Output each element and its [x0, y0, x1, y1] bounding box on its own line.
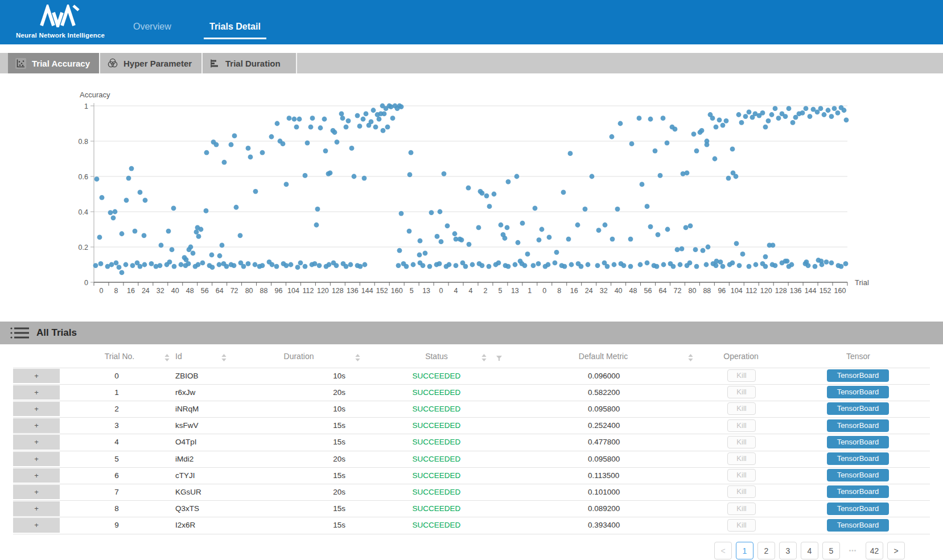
- scatter-point[interactable]: [111, 215, 116, 220]
- scatter-point[interactable]: [579, 264, 584, 269]
- scatter-point[interactable]: [687, 261, 693, 266]
- scatter-point[interactable]: [829, 261, 834, 266]
- scatter-point[interactable]: [699, 128, 705, 133]
- scatter-point[interactable]: [435, 234, 440, 239]
- scatter-point[interactable]: [612, 262, 617, 267]
- scatter-point[interactable]: [786, 106, 792, 111]
- scatter-point[interactable]: [109, 262, 114, 267]
- scatter-point[interactable]: [818, 106, 823, 111]
- scatter-point[interactable]: [289, 262, 294, 267]
- scatter-point[interactable]: [159, 243, 164, 248]
- scatter-point[interactable]: [566, 237, 571, 242]
- scatter-point[interactable]: [404, 264, 409, 269]
- scatter-point[interactable]: [832, 106, 837, 111]
- scatter-point[interactable]: [427, 264, 433, 269]
- scatter-point[interactable]: [487, 264, 492, 269]
- scatter-point[interactable]: [97, 235, 102, 240]
- scatter-point[interactable]: [260, 263, 265, 268]
- scatter-point[interactable]: [417, 253, 422, 258]
- scatter-point[interactable]: [603, 223, 608, 228]
- scatter-point[interactable]: [621, 263, 627, 268]
- scatter-point[interactable]: [284, 263, 289, 268]
- scatter-point[interactable]: [166, 229, 171, 234]
- scatter-point[interactable]: [736, 112, 742, 117]
- scatter-point[interactable]: [344, 264, 349, 269]
- tensorboard-button[interactable]: TensorBoard: [827, 469, 889, 481]
- expand-button[interactable]: +: [13, 452, 60, 467]
- tensorboard-button[interactable]: TensorBoard: [827, 419, 889, 432]
- scatter-point[interactable]: [130, 263, 135, 268]
- scatter-point[interactable]: [305, 141, 310, 146]
- scatter-point[interactable]: [310, 116, 315, 121]
- scatter-point[interactable]: [776, 116, 781, 121]
- page-next[interactable]: >: [887, 542, 905, 559]
- scatter-point[interactable]: [546, 262, 551, 267]
- scatter-point[interactable]: [129, 166, 134, 171]
- scatter-point[interactable]: [734, 241, 739, 246]
- kill-button[interactable]: Kill: [727, 452, 756, 465]
- scatter-point[interactable]: [352, 174, 357, 179]
- scatter-point[interactable]: [373, 125, 378, 130]
- scatter-point[interactable]: [142, 262, 147, 267]
- kill-button[interactable]: Kill: [727, 503, 756, 515]
- scatter-point[interactable]: [492, 192, 497, 197]
- scatter-point[interactable]: [123, 262, 129, 267]
- scatter-point[interactable]: [418, 238, 423, 244]
- tensorboard-button[interactable]: TensorBoard: [827, 452, 889, 465]
- nav-tab-trials-detail[interactable]: Trials Detail: [209, 22, 261, 32]
- scatter-point[interactable]: [224, 264, 229, 269]
- scatter-point[interactable]: [710, 116, 715, 121]
- sort-icon[interactable]: [164, 354, 170, 361]
- scatter-point[interactable]: [648, 117, 653, 122]
- scatter-point[interactable]: [773, 263, 778, 268]
- page-42[interactable]: 42: [866, 542, 883, 559]
- scatter-point[interactable]: [513, 262, 518, 267]
- scatter-point[interactable]: [583, 207, 588, 212]
- tab-trial-duration[interactable]: Trial Duration: [203, 53, 296, 73]
- scatter-point[interactable]: [232, 133, 237, 138]
- scatter-point[interactable]: [117, 265, 122, 270]
- scatter-point[interactable]: [184, 257, 189, 262]
- kill-button[interactable]: Kill: [727, 519, 756, 532]
- scatter-point[interactable]: [298, 261, 303, 266]
- tensorboard-button[interactable]: TensorBoard: [827, 503, 889, 515]
- scatter-point[interactable]: [229, 142, 234, 147]
- scatter-point[interactable]: [665, 227, 670, 232]
- scatter-point[interactable]: [124, 197, 129, 203]
- scatter-point[interactable]: [714, 263, 719, 268]
- scatter-point[interactable]: [610, 134, 615, 139]
- scatter-point[interactable]: [813, 264, 818, 269]
- scatter-point[interactable]: [665, 141, 670, 146]
- tensorboard-button[interactable]: TensorBoard: [827, 402, 889, 415]
- scatter-point[interactable]: [685, 170, 690, 175]
- scatter-point[interactable]: [312, 261, 318, 266]
- scatter-point[interactable]: [480, 191, 485, 196]
- scatter-point[interactable]: [637, 116, 642, 121]
- scatter-point[interactable]: [275, 121, 280, 126]
- page-4[interactable]: 4: [801, 542, 818, 559]
- scatter-point[interactable]: [171, 205, 176, 211]
- scatter-point[interactable]: [678, 262, 683, 267]
- scatter-point[interactable]: [596, 228, 602, 233]
- kill-button[interactable]: Kill: [727, 369, 756, 382]
- scatter-point[interactable]: [470, 262, 475, 267]
- scatter-point[interactable]: [332, 130, 337, 135]
- scatter-point[interactable]: [328, 170, 333, 175]
- scatter-point[interactable]: [683, 225, 689, 230]
- scatter-point[interactable]: [421, 263, 426, 268]
- scatter-point[interactable]: [480, 263, 485, 268]
- scatter-point[interactable]: [704, 262, 709, 267]
- scatter-point[interactable]: [308, 125, 314, 130]
- filter-icon[interactable]: [496, 355, 503, 361]
- kill-button[interactable]: Kill: [727, 436, 756, 448]
- scatter-point[interactable]: [505, 225, 510, 230]
- scatter-point[interactable]: [253, 189, 258, 194]
- scatter-point[interactable]: [222, 160, 227, 165]
- scatter-point[interactable]: [769, 112, 775, 117]
- scatter-point[interactable]: [747, 109, 752, 114]
- expand-button[interactable]: +: [13, 385, 60, 400]
- scatter-point[interactable]: [382, 112, 387, 117]
- scatter-point[interactable]: [835, 110, 841, 116]
- scatter-point[interactable]: [800, 110, 805, 116]
- scatter-point[interactable]: [730, 147, 735, 152]
